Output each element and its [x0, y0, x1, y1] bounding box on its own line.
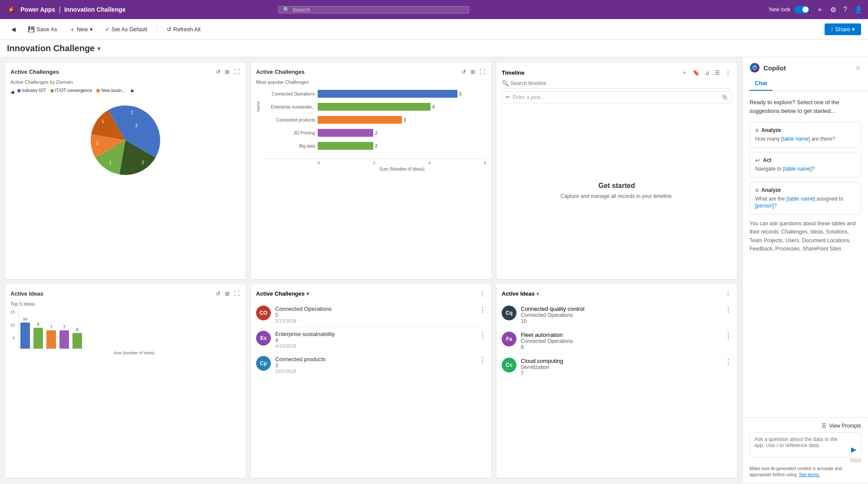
refresh-all-button[interactable]: ↺ Refresh All — [162, 23, 205, 35]
timeline-filter-button[interactable]: ⊿ — [704, 69, 710, 77]
challenges-more-button[interactable]: ⋮ — [479, 290, 486, 298]
pie-export-button[interactable]: ⊞ — [224, 68, 230, 76]
idea-menu-3[interactable]: ⋮ — [725, 358, 732, 366]
challenge-menu-2[interactable]: ⋮ — [479, 331, 486, 339]
challenge-menu-3[interactable]: ⋮ — [479, 356, 486, 364]
ideas-more-button[interactable]: ⋮ — [724, 290, 732, 298]
disclaimer-link[interactable]: See terms. — [799, 472, 820, 477]
ideas-y-axis: 15 10 5 — [10, 310, 16, 349]
pie-label-1c: 1 — [102, 119, 104, 124]
timeline-search-input[interactable] — [510, 80, 732, 86]
help-icon[interactable]: ? — [843, 6, 847, 13]
settings-icon[interactable]: ⚙ — [830, 6, 836, 14]
new-button[interactable]: ＋ New ▾ — [65, 23, 97, 36]
copilot-suggestion-1[interactable]: ≡ Analyze How many [table name] are ther… — [750, 122, 861, 148]
page-title-dropdown-icon[interactable]: ▾ — [97, 45, 100, 52]
active-challenges-pie-card: Active Challenges ↺ ⊞ ⛶ Active Challenge… — [5, 63, 246, 279]
copilot-suggestion-3[interactable]: ≡ Analyze What are the [table name] assi… — [750, 182, 861, 215]
copilot-textarea[interactable] — [754, 436, 848, 454]
y-tick-10: 10 — [10, 323, 15, 327]
ideas-dropdown-icon[interactable]: ▾ — [536, 291, 539, 297]
toolbar: ◀ 💾 Save As ＋ New ▾ ✓ Set As Default ↺ R… — [0, 19, 868, 40]
page-title-bar: Innovation Challenge ▾ — [0, 40, 868, 57]
bar-export-button[interactable]: ⊞ — [470, 68, 476, 76]
suggestion-2-action: Act — [763, 157, 771, 163]
copilot-send-button[interactable]: ▶ — [851, 445, 856, 454]
new-look-toggle[interactable]: New look — [769, 6, 809, 13]
suggestion-3-link-table[interactable]: [table name] — [786, 196, 815, 202]
ideas-refresh-button[interactable]: ↺ — [215, 290, 221, 298]
ideas-bar-val-4: 7 — [63, 325, 66, 329]
suggestion-1-link[interactable]: [table name] — [781, 136, 810, 142]
ideas-expand-button[interactable]: ⛶ — [233, 290, 240, 298]
pie-refresh-button[interactable]: ↺ — [215, 68, 221, 76]
power-apps-icon: ⚡ — [5, 6, 17, 13]
edit-icon: ✏ — [506, 94, 510, 100]
idea-menu-2[interactable]: ⋮ — [725, 332, 732, 340]
bar-label-3: Connected products — [263, 118, 315, 122]
back-button[interactable]: ◀ — [7, 23, 20, 35]
suggestion-2-link[interactable]: [table name] — [783, 166, 812, 172]
attachment-icon[interactable]: 📎 — [721, 94, 728, 100]
bar-row-4: 3D Printing 2 — [263, 129, 486, 137]
pie-card-header: Active Challenges ↺ ⊞ ⛶ — [10, 68, 240, 76]
share-button[interactable]: ↑ Share ▾ — [825, 23, 861, 35]
bar-label-1: Connected Operations — [263, 92, 315, 96]
bar-track-3: 3 — [318, 116, 486, 124]
save-as-button[interactable]: 💾 Save As — [23, 23, 62, 35]
timeline-card: Timeline ＋ 🔖 ⊿ ☰ ⋮ 🔍 ✏ Enter a post... 📎 — [496, 63, 737, 279]
pie-card-subtitle: Active Challenges by Domain — [10, 79, 240, 85]
ideas-bar-actions: ↺ ⊞ ⛶ — [215, 290, 240, 298]
pie-chart-svg: 3 2 1 1 1 2 — [84, 99, 167, 181]
challenges-dropdown-icon[interactable]: ▾ — [306, 291, 309, 297]
timeline-list-button[interactable]: ☰ — [714, 69, 721, 77]
timeline-bookmark-button[interactable]: 🔖 — [692, 69, 700, 77]
bar-fill-1 — [318, 90, 457, 98]
ideas-bar-val-5: 6 — [76, 327, 79, 332]
challenge-name-3: Connected products — [275, 356, 475, 362]
set-as-default-button[interactable]: ✓ Set As Default — [101, 23, 151, 35]
axis-tick-6: 6 — [484, 161, 486, 165]
ideas-list: Cq Connected quality control Connected O… — [502, 302, 732, 380]
ideas-x-axis-label: Sum (Number of Votes) — [10, 351, 240, 355]
bar-value-5: 2 — [375, 144, 378, 148]
add-icon[interactable]: ＋ — [816, 5, 823, 14]
pie-nav-next[interactable]: ▶ — [131, 88, 135, 93]
user-avatar[interactable]: 👤 — [854, 6, 863, 14]
idea-info-3: Cloud computing Servitization 7 — [521, 358, 720, 376]
brand-logo: ⚡ Power Apps | Innovation Challenge — [5, 6, 125, 13]
legend-item-3: New busin... — [96, 88, 125, 93]
copilot-suggestion-2[interactable]: ↩ Act Navigate to [table name]? — [750, 152, 861, 178]
ideas-bar-col-4: 7 — [59, 325, 69, 349]
challenge-menu-1[interactable]: ⋮ — [479, 306, 486, 314]
pie-nav-prev[interactable]: ◀ — [10, 89, 14, 95]
view-prompts-button[interactable]: ☰ View Prompts — [750, 423, 861, 429]
idea-parent-3: Servitization — [521, 364, 720, 370]
timeline-more-button[interactable]: ⋮ — [724, 69, 732, 77]
ideas-bar-2 — [33, 328, 43, 349]
search-input[interactable] — [293, 7, 464, 13]
search-box[interactable]: 🔍 — [278, 6, 469, 13]
timeline-add-button[interactable]: ＋ — [681, 68, 688, 77]
bar-refresh-button[interactable]: ↺ — [460, 68, 467, 76]
idea-menu-1[interactable]: ⋮ — [725, 306, 732, 314]
copilot-char-count: 0/500 — [750, 458, 861, 463]
nav-right-actions: New look ＋ ⚙ ? 👤 — [769, 5, 863, 14]
timeline-post-input[interactable]: ✏ Enter a post... 📎 — [502, 91, 732, 103]
bar-value-3: 3 — [404, 118, 406, 122]
tab-chat[interactable]: Chat — [750, 76, 773, 91]
timeline-search: 🔍 — [502, 80, 732, 89]
copilot-close-button[interactable]: ○ — [855, 63, 861, 72]
ideas-export-button[interactable]: ⊞ — [224, 290, 230, 298]
challenge-date-3: 10/1/2018 — [275, 369, 475, 374]
bar-expand-button[interactable]: ⛶ — [479, 68, 486, 76]
pie-label-2b: 2 — [131, 110, 133, 115]
challenge-date-1: 3/12/2018 — [275, 318, 475, 323]
pie-card-actions: ↺ ⊞ ⛶ — [215, 68, 240, 76]
view-prompts-label: View Prompts — [829, 423, 861, 429]
suggestion-3-link-person[interactable]: [person] — [755, 203, 774, 209]
ideas-bar-4 — [59, 330, 69, 349]
dashboard: Active Challenges ↺ ⊞ ⛶ Active Challenge… — [0, 57, 742, 483]
pie-expand-button[interactable]: ⛶ — [233, 68, 240, 76]
new-look-switch[interactable] — [794, 6, 809, 13]
